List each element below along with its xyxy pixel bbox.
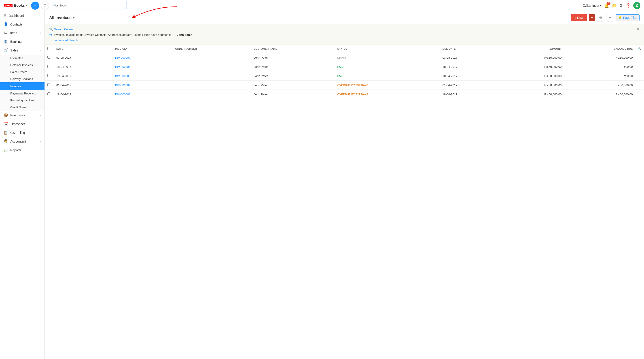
- cell-date: 03-08-2017: [54, 53, 112, 62]
- th-balance-due: BALANCE DUE: [564, 45, 635, 53]
- cell-amount: Rs.50,000.00: [498, 71, 564, 81]
- row-checkbox-0[interactable]: [48, 56, 50, 59]
- folder-icon[interactable]: 📁: [612, 3, 617, 8]
- sidebar-item-timesheet[interactable]: 📅 Timesheet: [0, 120, 44, 128]
- select-all-checkbox[interactable]: [48, 47, 50, 50]
- cell-customer-name: John Peter: [251, 71, 335, 81]
- invoice-link-1[interactable]: INV-000006: [115, 65, 130, 69]
- cell-due-date: 18-04-2017: [440, 90, 499, 99]
- sidebar-item-invoices[interactable]: Invoices +: [0, 82, 44, 90]
- user-avatar[interactable]: Z: [633, 2, 640, 9]
- app-dropdown-icon[interactable]: ▾: [26, 4, 28, 7]
- sidebar-item-accountant[interactable]: 👩‍💼 Accountant ›: [0, 137, 44, 146]
- advanced-search-link[interactable]: Advanced Search: [55, 39, 78, 42]
- org-name: Zylker India: [583, 4, 599, 8]
- cell-invoice-no: INV-000005: [112, 71, 173, 81]
- sidebar-item-items[interactable]: 🏷 Items ›: [0, 29, 44, 37]
- cell-status: DRAFT: [334, 53, 440, 62]
- table-search-icon[interactable]: 🔍: [638, 47, 642, 50]
- cell-due-date: 18-04-2017: [440, 62, 499, 71]
- row-checkbox-1[interactable]: [48, 65, 50, 68]
- invoice-link-0[interactable]: INV-000007: [115, 56, 130, 59]
- cell-customer-name: John Peter: [251, 81, 335, 90]
- row-checkbox-2[interactable]: [48, 74, 50, 77]
- sidebar-item-purchases[interactable]: 📦 Purchases ›: [0, 111, 44, 120]
- cell-row-action: [636, 81, 644, 90]
- sidebar-item-delivery-challans[interactable]: Delivery Challans: [0, 75, 44, 82]
- org-selector[interactable]: Zylker India ▾: [583, 4, 602, 8]
- row-checkbox-4[interactable]: [48, 92, 50, 95]
- sales-icon: 🛒: [4, 48, 8, 52]
- settings-icon[interactable]: ⚙: [620, 3, 623, 8]
- th-checkbox: [45, 45, 54, 53]
- th-invoice-no: INVOICE#: [112, 45, 173, 53]
- notification-badge: 3: [607, 2, 610, 5]
- status-badge: DRAFT: [337, 56, 346, 59]
- sidebar-item-retainer-invoices[interactable]: Retainer Invoices: [0, 62, 44, 69]
- cell-row-action: [636, 62, 644, 71]
- sidebar-item-recurring-invoices[interactable]: Recurring Invoices: [0, 97, 44, 104]
- page-title-text: All Invoices: [49, 16, 72, 20]
- invoice-link-3[interactable]: INV-000004: [115, 84, 130, 87]
- sidebar-label-items: Items: [10, 31, 38, 35]
- table-row: 03-08-2017 INV-000007 John Peter DRAFT 0…: [45, 53, 644, 62]
- cell-invoice-no: INV-000007: [112, 53, 173, 62]
- plus-icon: +: [34, 3, 36, 8]
- th-status: STATUS: [334, 45, 440, 53]
- sidebar-collapse-button[interactable]: ‹: [0, 351, 44, 359]
- row-checkbox-cell: [45, 53, 54, 62]
- new-button[interactable]: + New: [571, 14, 587, 21]
- sidebar-item-sales[interactable]: 🛒 Sales ▾: [0, 46, 44, 55]
- help-icon[interactable]: ❓: [626, 3, 630, 8]
- sidebar-item-reports[interactable]: 📊 Reports: [0, 146, 44, 154]
- cell-invoice-no: INV-000003: [112, 90, 173, 99]
- items-arrow-icon: ›: [40, 32, 41, 34]
- notifications-button[interactable]: 🔔 3: [604, 3, 609, 8]
- content-header: All Invoices ▾ + New ▾ ⚙ ≡ 💡 Page Tips: [45, 11, 644, 25]
- logo[interactable]: ZOHO Books ▾: [4, 4, 28, 8]
- settings-gear-icon: ⚙: [599, 16, 602, 20]
- row-checkbox-cell: [45, 81, 54, 90]
- page-title: All Invoices ▾: [49, 16, 74, 20]
- invoice-link-4[interactable]: INV-000003: [115, 93, 130, 96]
- cell-date: 18-04-2017: [54, 62, 112, 71]
- invoices-add-icon[interactable]: +: [39, 84, 41, 88]
- sidebar-item-payments-received[interactable]: Payments Received: [0, 90, 44, 97]
- row-checkbox-cell: [45, 90, 54, 99]
- cell-customer-name: John Peter: [251, 53, 335, 62]
- sidebar-item-credit-notes[interactable]: Credit Notes: [0, 104, 44, 111]
- sidebar-item-sales-orders[interactable]: Sales Orders: [0, 69, 44, 75]
- page-title-dropdown-icon[interactable]: ▾: [73, 16, 74, 20]
- search-criteria-description: ➡ Invoices, Invoice Items, Invoice Conta…: [49, 33, 640, 37]
- sales-submenu: Estimates Retainer Invoices Sales Orders…: [0, 55, 44, 111]
- settings-button[interactable]: ⚙: [597, 14, 604, 22]
- history-button[interactable]: ⏱: [41, 2, 49, 10]
- search-criteria-title: 🔍 Search Criteria ✕: [49, 27, 640, 31]
- quick-add-button[interactable]: +: [31, 2, 39, 10]
- cell-invoice-no: INV-000004: [112, 81, 173, 90]
- table-row: 18-04-2017 INV-000006 John Peter PAID 18…: [45, 62, 644, 71]
- sidebar-item-estimates[interactable]: Estimates: [0, 55, 44, 62]
- new-dropdown-icon: ▾: [591, 16, 593, 20]
- sidebar-item-contacts[interactable]: 👤 Contacts: [0, 20, 44, 29]
- sales-orders-label: Sales Orders: [10, 70, 27, 74]
- search-filter-dropdown[interactable]: 🔍▾: [53, 4, 58, 7]
- purchases-icon: 📦: [4, 113, 8, 117]
- th-search: 🔍: [636, 45, 644, 53]
- row-checkbox-3[interactable]: [48, 83, 50, 86]
- new-dropdown-button[interactable]: ▾: [589, 14, 595, 21]
- table-header: DATE INVOICE# ORDER NUMBER CUSTOMER NAME…: [45, 45, 644, 53]
- sidebar-item-gst-filing[interactable]: 📋 GST Filing: [0, 128, 44, 137]
- content-area: All Invoices ▾ + New ▾ ⚙ ≡ 💡 Page Tips: [45, 11, 644, 359]
- cell-status: PAID: [334, 71, 440, 81]
- criteria-close-button[interactable]: ✕: [636, 27, 640, 31]
- cell-date: 18-04-2017: [54, 71, 112, 81]
- search-input[interactable]: [59, 4, 124, 7]
- invoice-link-2[interactable]: INV-000005: [115, 74, 130, 78]
- list-view-button[interactable]: ≡: [606, 14, 614, 22]
- invoices-table: DATE INVOICE# ORDER NUMBER CUSTOMER NAME…: [45, 45, 644, 99]
- sidebar-item-banking[interactable]: 🏦 Banking: [0, 37, 44, 46]
- th-amount: AMOUNT: [498, 45, 564, 53]
- sidebar-item-dashboard[interactable]: ⊞ Dashboard: [0, 11, 44, 20]
- page-tips-button[interactable]: 💡 Page Tips: [616, 14, 640, 21]
